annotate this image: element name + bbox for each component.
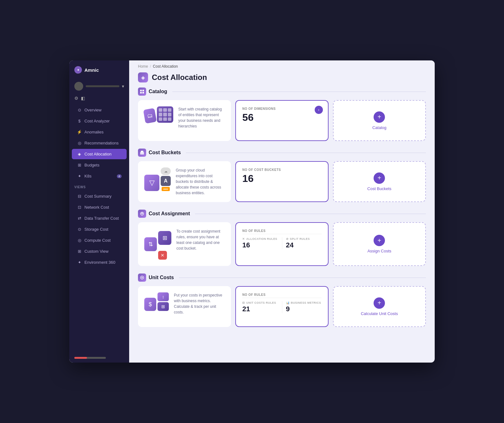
business-metrics-value: 9 [286, 305, 322, 313]
cost-buckets-info-card: ▽ ☁ A aws Group your cloud expenditures … [138, 161, 231, 202]
sidebar-tools: ⚙ ◧ [69, 96, 129, 104]
sidebar-item-recommendations[interactable]: ◎ Recommendations [72, 138, 127, 148]
anomalies-icon: ⚡ [77, 130, 82, 134]
cost-buckets-cards: ▽ ☁ A aws Group your cloud expenditures … [138, 161, 426, 202]
catalog-arrow-button[interactable]: › [315, 106, 323, 114]
sidebar-item-label: Environment 360 [84, 260, 115, 265]
sidebar-item-network-cost[interactable]: ⊡ Network Cost [72, 202, 127, 212]
unit-costs-section: Unit Costs $ ↕ ⊞ [138, 274, 426, 327]
allocation-rules-value: 16 [242, 241, 278, 249]
sidebar-item-cost-summary[interactable]: ⊟ Cost Summary [72, 191, 127, 201]
breadcrumb-separator: / [150, 64, 151, 69]
cost-assignment-stat-label: NO OF RULES [242, 229, 321, 233]
catalog-grid-icon [157, 106, 173, 123]
assign-wrench-icon: ✕ [158, 251, 167, 260]
cost-assignment-description: To create cost assignment rules, ensure … [176, 228, 225, 251]
catalog-stat-card: › NO OF DIMENSIONS 56 [235, 100, 328, 141]
split-rules-sub: ⊘ SPLIT RULES 24 [282, 237, 322, 249]
allocation-rules-icon: ✕ [242, 237, 245, 240]
split-rules-label: ⊘ SPLIT RULES [286, 237, 322, 240]
collapse-icon[interactable]: ◧ [81, 96, 85, 101]
cost-assignment-card-info: ⇅ ⊞ ✕ To create cost assignment rules, e… [144, 228, 225, 260]
k8s-badge: 4 [117, 174, 122, 178]
sidebar-item-custom-view[interactable]: ⊞ Custom View [72, 246, 127, 257]
cost-buckets-description: Group your cloud expenditures into cost … [176, 167, 225, 196]
catalog-section-line [172, 92, 426, 92]
progress-fill [74, 357, 87, 359]
calculate-unit-costs-action-label: Calculate Unit Costs [361, 311, 398, 316]
cost-buckets-illustration: ▽ ☁ A aws [144, 167, 171, 191]
app-name: Amnic [84, 67, 99, 73]
allocation-rules-sub: ✕ ALLOCATION RULES 16 [242, 237, 282, 249]
user-bar [86, 85, 119, 87]
sidebar-item-cost-allocation[interactable]: ◈ Cost Allocation [72, 149, 127, 159]
page-header-icon: ◈ [138, 72, 148, 82]
catalog-plus-icon: + [374, 111, 385, 123]
chevron-down-icon[interactable]: ▾ [122, 84, 124, 89]
sidebar-item-data-transfer-cost[interactable]: ⇄ Data Transfer Cost [72, 213, 127, 223]
cost-buckets-stat-card: NO OF COST BUCKETS 16 [235, 161, 328, 202]
sidebar-item-label: Anomalies [84, 130, 104, 134]
sidebar: ✦ Amnic ▾ ⚙ ◧ ⊙ Overview $ Cost Analyzer… [69, 60, 129, 363]
cost-assignment-card-text: To create cost assignment rules, ensure … [176, 228, 225, 251]
cost-summary-icon: ⊟ [77, 194, 82, 199]
svg-rect-5 [141, 151, 143, 152]
sidebar-item-overview[interactable]: ⊙ Overview [72, 105, 127, 115]
custom-view-icon: ⊞ [77, 249, 82, 254]
cost-assignment-cards: ⇅ ⊞ ✕ To create cost assignment rules, e… [138, 222, 426, 266]
cloud-group: ☁ A aws [161, 167, 171, 191]
cost-buckets-section-title: Cost Buckets [149, 150, 181, 155]
unit-costs-illustration: $ ↕ ⊞ [144, 292, 169, 311]
gear-icon[interactable]: ⚙ [74, 96, 78, 101]
cost-allocation-icon: ◈ [77, 152, 82, 156]
network-cost-icon: ⊡ [77, 205, 82, 210]
business-metrics-icon: 📊 [286, 301, 289, 304]
svg-rect-4 [140, 152, 144, 155]
breadcrumb-home[interactable]: Home [138, 64, 148, 69]
sidebar-item-cost-analyzer[interactable]: $ Cost Analyzer [72, 116, 127, 126]
catalog-section-icon [138, 87, 146, 96]
filter-icon: ▽ [144, 175, 159, 191]
catalog-description: Start with creating catalog of entities … [178, 106, 225, 129]
assign-table-icon: ⊞ [158, 231, 171, 245]
unit-costs-card-text: Put your costs in perspective with busin… [174, 292, 225, 315]
sidebar-item-label: Compute Cost [84, 238, 111, 243]
sidebar-item-k8s[interactable]: ✦ K8s 4 [72, 171, 127, 181]
svg-point-9 [141, 277, 143, 278]
user-section: ▾ [69, 79, 129, 96]
cost-buckets-section: Cost Buckets ▽ ☁ A aws [138, 149, 426, 202]
sidebar-item-label: Custom View [84, 249, 108, 254]
app-window: ✦ Amnic ▾ ⚙ ◧ ⊙ Overview $ Cost Analyzer… [69, 60, 435, 363]
sidebar-bottom [69, 353, 129, 363]
assign-costs-plus-icon: + [374, 235, 385, 246]
sidebar-item-budgets[interactable]: ⊞ Budgets [72, 160, 127, 170]
sidebar-item-environment-360[interactable]: ✦ Environment 360 [72, 257, 127, 268]
catalog-action-card[interactable]: + Catalog [333, 100, 426, 141]
cost-assignment-action-card[interactable]: + Assign Costs [333, 222, 426, 266]
main-content: Home / Cost Allocation ◈ Cost Allocation [129, 60, 435, 363]
split-rules-value: 24 [286, 241, 322, 249]
content-area: Catalog 🗂 [129, 87, 435, 363]
sidebar-item-label: Cost Analyzer [84, 119, 110, 123]
app-logo: ✦ Amnic [69, 60, 129, 79]
cost-buckets-action-card[interactable]: + Cost Buckets [333, 161, 426, 202]
overview-icon: ⊙ [77, 108, 82, 112]
catalog-section-header: Catalog [138, 87, 426, 96]
svg-rect-2 [140, 92, 142, 93]
sidebar-item-anomalies[interactable]: ⚡ Anomalies [72, 127, 127, 137]
sidebar-item-storage-cost[interactable]: ⊙ Storage Cost [72, 224, 127, 234]
storage-cost-icon: ⊙ [77, 227, 82, 232]
unit-costs-cards: $ ↕ ⊞ Put your costs in perspective with… [138, 286, 426, 327]
unit-costs-section-icon [138, 274, 146, 282]
sidebar-item-compute-cost[interactable]: ◎ Compute Cost [72, 235, 127, 245]
catalog-stat-label: NO OF DIMENSIONS [242, 107, 321, 110]
unit-costs-rules-sub: ⊟ UNIT COSTS RULES 21 [242, 301, 282, 313]
unit-costs-action-card[interactable]: + Calculate Unit Costs [333, 286, 426, 327]
unit-icon-stack: ↕ ⊞ [158, 292, 169, 311]
svg-rect-0 [140, 90, 142, 91]
unit-costs-section-line [179, 278, 426, 278]
business-metrics-label: 📊 BUSINESS METRICS [286, 301, 322, 304]
unit-costs-stat-detail: ⊟ UNIT COSTS RULES 21 📊 BUSINESS METRICS [242, 298, 321, 313]
aws-badge: aws [162, 187, 169, 191]
breadcrumb-current: Cost Allocation [153, 64, 178, 69]
